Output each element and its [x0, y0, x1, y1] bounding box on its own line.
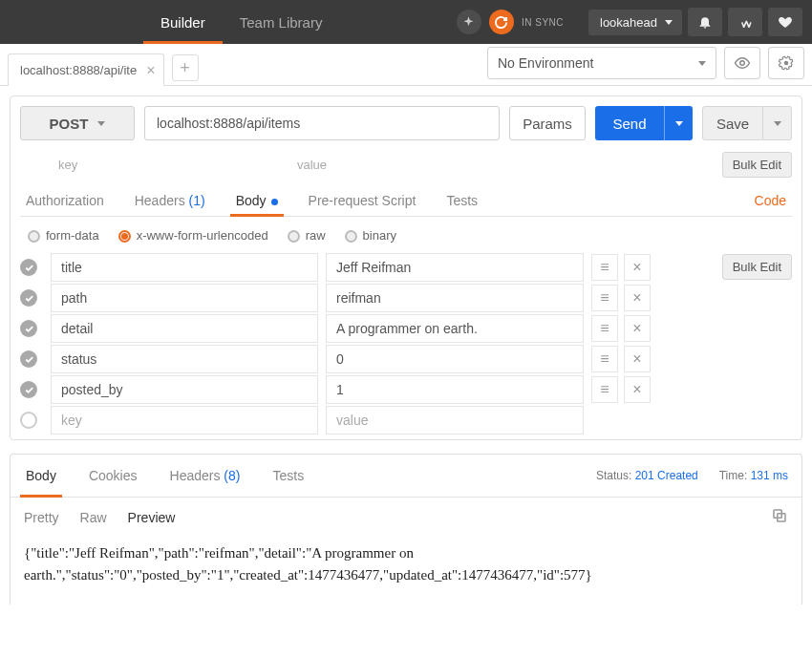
- response-body: {"title":"Jeff Reifman","path":"reifman"…: [11, 531, 801, 604]
- environment-preview-button[interactable]: [724, 47, 760, 79]
- svg-point-0: [740, 61, 745, 66]
- new-tab-button[interactable]: +: [172, 54, 199, 81]
- unsaved-dot-icon: [271, 199, 278, 205]
- param-value-input[interactable]: A programmer on earth.: [326, 314, 584, 343]
- environment-label: No Environment: [498, 55, 593, 71]
- request-tab[interactable]: localhost:8888/api/ite ×: [8, 53, 164, 86]
- chevron-down-icon: [665, 20, 673, 25]
- response-time: Time: 131 ms: [719, 469, 788, 482]
- workspace-selector[interactable]: lookahead: [588, 10, 682, 35]
- bulk-edit-button[interactable]: Bulk Edit: [722, 152, 792, 178]
- param-row: detailA programmer on earth.≡×: [20, 313, 792, 344]
- check-icon[interactable]: [20, 381, 37, 398]
- nav-tab-team-library[interactable]: Team Library: [223, 0, 340, 44]
- method-label: POST: [50, 116, 89, 132]
- sync-icon[interactable]: [489, 10, 514, 34]
- param-key-input[interactable]: detail: [51, 314, 318, 343]
- param-value-input[interactable]: Jeff Reifman: [326, 253, 584, 282]
- response-tab-headers[interactable]: Headers (8): [168, 455, 243, 497]
- param-key-input[interactable]: key: [51, 406, 318, 434]
- params-button[interactable]: Params: [509, 106, 586, 140]
- tab-authorization[interactable]: Authorization: [24, 185, 106, 216]
- bodytype-binary[interactable]: binary: [345, 228, 396, 243]
- request-tab-label: localhost:8888/api/ite: [20, 63, 137, 77]
- param-key-input[interactable]: path: [51, 284, 318, 312]
- sync-status: IN SYNC: [457, 10, 564, 34]
- url-input[interactable]: [144, 106, 500, 140]
- save-dropdown[interactable]: [763, 106, 792, 140]
- drag-handle-icon[interactable]: ≡: [591, 254, 618, 281]
- param-value-input[interactable]: 1: [326, 375, 584, 404]
- environment-selector[interactable]: No Environment: [487, 47, 716, 79]
- param-key-input[interactable]: posted_by: [51, 375, 318, 404]
- sync-label: IN SYNC: [522, 17, 564, 28]
- top-nav: Builder Team Library IN SYNC lookahead: [0, 0, 812, 44]
- chevron-down-icon: [97, 121, 105, 126]
- code-link[interactable]: Code: [753, 185, 788, 216]
- param-key-input[interactable]: status: [51, 345, 318, 373]
- bodytype-raw[interactable]: raw: [288, 228, 326, 243]
- request-panel: POST Params Send Save key value Bulk Edi…: [10, 95, 802, 440]
- check-icon[interactable]: [20, 259, 37, 276]
- delete-row-icon[interactable]: ×: [624, 376, 651, 403]
- notifications-button[interactable]: [688, 8, 722, 36]
- param-value-input[interactable]: reifman: [326, 284, 584, 312]
- save-button[interactable]: Save: [702, 106, 763, 140]
- nav-tab-builder[interactable]: Builder: [143, 0, 223, 44]
- bodytype-urlencoded[interactable]: x-www-form-urlencoded: [118, 228, 268, 243]
- drag-handle-icon[interactable]: ≡: [591, 285, 618, 311]
- viewmode-raw[interactable]: Raw: [80, 510, 107, 525]
- chevron-down-icon: [698, 61, 706, 66]
- delete-row-icon[interactable]: ×: [624, 254, 651, 281]
- param-row: posted_by1≡×: [20, 374, 792, 405]
- param-row-new[interactable]: key value: [20, 405, 792, 435]
- delete-row-icon[interactable]: ×: [624, 315, 651, 342]
- check-icon: [20, 412, 37, 429]
- param-row: titleJeff Reifman≡×: [20, 252, 792, 283]
- drag-handle-icon[interactable]: ≡: [591, 376, 618, 403]
- favorite-button[interactable]: [768, 8, 802, 36]
- bulk-edit-body-button[interactable]: Bulk Edit: [722, 254, 792, 280]
- bodytype-formdata[interactable]: form-data: [28, 228, 99, 243]
- check-icon[interactable]: [20, 320, 37, 337]
- tab-body[interactable]: Body: [234, 185, 280, 216]
- send-button[interactable]: Send: [595, 106, 664, 140]
- param-key-input[interactable]: title: [51, 253, 318, 282]
- send-dropdown[interactable]: [664, 106, 693, 140]
- param-value-input[interactable]: 0: [326, 345, 584, 373]
- param-row: status0≡×: [20, 344, 792, 374]
- param-row: pathreifman≡×: [20, 283, 792, 313]
- tab-prerequest[interactable]: Pre-request Script: [307, 185, 418, 216]
- response-tab-tests[interactable]: Tests: [270, 455, 306, 497]
- response-status: Status: 201 Created: [596, 469, 698, 482]
- method-selector[interactable]: POST: [20, 106, 135, 140]
- delete-row-icon[interactable]: ×: [624, 285, 651, 311]
- request-tabs-row: localhost:8888/api/ite × + No Environmen…: [0, 44, 812, 86]
- param-value-input[interactable]: value: [326, 406, 584, 434]
- tab-headers[interactable]: Headers (1): [133, 185, 207, 216]
- workspace-name: lookahead: [600, 15, 657, 30]
- value-column-header: value: [297, 158, 722, 172]
- settings-button[interactable]: [728, 8, 762, 36]
- tab-tests[interactable]: Tests: [444, 185, 480, 216]
- copy-response-button[interactable]: [771, 507, 788, 527]
- drag-handle-icon[interactable]: ≡: [591, 315, 618, 342]
- response-tab-cookies[interactable]: Cookies: [87, 455, 139, 497]
- close-icon[interactable]: ×: [146, 62, 155, 79]
- satellite-icon[interactable]: [457, 10, 481, 34]
- viewmode-preview[interactable]: Preview: [128, 510, 176, 525]
- check-icon[interactable]: [20, 350, 37, 368]
- environment-settings-button[interactable]: [768, 47, 804, 79]
- key-column-header: key: [58, 158, 297, 172]
- body-params-editor: Bulk Edit titleJeff Reifman≡×pathreifman…: [20, 252, 792, 435]
- svg-point-1: [784, 61, 789, 66]
- response-tab-body[interactable]: Body: [24, 455, 58, 497]
- delete-row-icon[interactable]: ×: [624, 346, 651, 372]
- check-icon[interactable]: [20, 289, 37, 307]
- viewmode-pretty[interactable]: Pretty: [24, 510, 59, 525]
- response-panel: Body Cookies Headers (8) Tests Status: 2…: [10, 454, 802, 604]
- request-subtabs: Authorization Headers (1) Body Pre-reque…: [20, 185, 792, 217]
- drag-handle-icon[interactable]: ≡: [591, 346, 618, 372]
